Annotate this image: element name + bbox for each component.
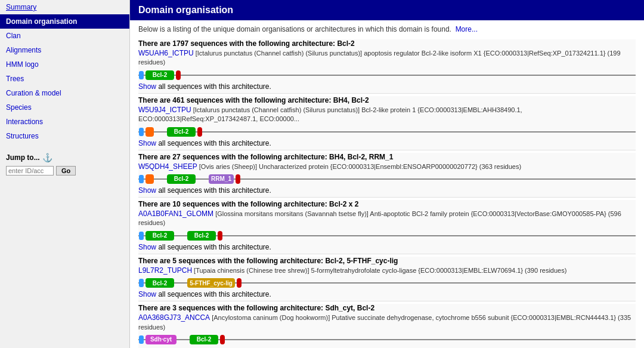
domain-box-bcl2: Bcl-2 xyxy=(145,70,174,80)
show-all-row: Show all sequences with this architectur… xyxy=(138,290,636,298)
arch-title: There are 461 sequences with the followi… xyxy=(138,96,636,104)
sidebar-item-domain-organisation[interactable]: Domain organisation xyxy=(0,14,129,29)
show-all-row: Show all sequences with this architectur… xyxy=(138,186,636,195)
more-link[interactable]: More... xyxy=(456,25,478,33)
intro-text: Below is a listing of the unique domain … xyxy=(138,25,636,33)
domain-end-marker xyxy=(197,127,202,137)
architecture-list: There are 1797 sequences with the follow… xyxy=(138,39,636,348)
sequence-link[interactable]: A0A368GJ73_ANCCA xyxy=(138,313,210,322)
domain-start-marker xyxy=(139,279,144,287)
show-all-text: all sequences with this architecture. xyxy=(158,290,271,298)
arch-title: There are 27 sequences with the followin… xyxy=(138,153,636,161)
jump-to-text: Jump to... xyxy=(6,153,40,162)
show-all-text: all sequences with this architecture. xyxy=(158,82,271,91)
show-all-row: Show all sequences with this architectur… xyxy=(138,82,636,91)
sidebar-item-species[interactable]: Species xyxy=(0,100,129,115)
architecture-block: There are 461 sequences with the followi… xyxy=(138,96,636,150)
domain-start-marker xyxy=(139,335,144,344)
show-link[interactable]: Show xyxy=(138,139,156,147)
sidebar-item-interactions[interactable]: Interactions xyxy=(0,115,129,129)
sidebar-item-curation-model[interactable]: Curation & model xyxy=(0,86,129,100)
domain-vis-arch5: Bcl-25-FTHF_cyc-lig xyxy=(138,277,636,289)
anchor-icon: ⚓ xyxy=(42,153,52,162)
domain-box-fthf: 5-FTHF_cyc-lig xyxy=(187,278,235,288)
architecture-block: There are 3 sequences with the following… xyxy=(138,304,636,348)
sidebar-item-structures[interactable]: Structures xyxy=(0,129,129,143)
domain-box-sdhcyt: Sdh·cyt xyxy=(145,335,177,344)
arch-seq-row: L9L7R2_TUPCH [Tupaia chinensis (Chinese … xyxy=(138,266,636,275)
show-all-text: all sequences with this architecture. xyxy=(158,186,271,195)
domain-box-bcl2: Bcl-2 xyxy=(145,278,174,288)
sidebar-item-alignments[interactable]: Alignments xyxy=(0,43,129,57)
architecture-block: There are 1797 sequences with the follow… xyxy=(138,39,636,94)
domain-box-bcl2: Bcl-2 xyxy=(187,231,216,241)
sidebar-item-trees[interactable]: Trees xyxy=(0,72,129,86)
domain-start-marker xyxy=(139,128,144,136)
domain-box-bh4 xyxy=(145,127,154,137)
show-all-row: Show all sequences with this architectur… xyxy=(138,139,636,147)
jump-to-label: Jump to... ⚓ xyxy=(0,148,129,165)
sequence-link[interactable]: A0A1B0FAN1_GLOMM xyxy=(138,210,213,218)
jump-id-input[interactable] xyxy=(6,166,54,175)
domain-start-marker xyxy=(139,71,144,79)
arch-title: There are 1797 sequences with the follow… xyxy=(138,39,636,48)
sequence-link[interactable]: W5UAH6_ICTPU xyxy=(138,49,194,57)
show-link[interactable]: Show xyxy=(138,186,156,195)
arch-seq-row: W5QDH4_SHEEP [Ovis aries (Sheep)] Unchar… xyxy=(138,162,636,171)
seq-description: [Tupaia chinensis (Chinese tree shrew)] … xyxy=(194,267,566,274)
show-link[interactable]: Show xyxy=(138,290,156,298)
sidebar-item-summary[interactable]: Summary xyxy=(0,0,129,14)
page-title: Domain organisation xyxy=(130,0,644,20)
main-content: Domain organisation Below is a listing o… xyxy=(130,0,644,348)
arch-title: There are 5 sequences with the following… xyxy=(138,257,636,265)
domain-vis-arch3: Bcl-2RRM_1 xyxy=(138,173,636,185)
domain-box-rrm: RRM_1 xyxy=(209,174,234,184)
domain-box-bcl2: Bcl-2 xyxy=(190,335,218,344)
domain-box-bcl2: Bcl-2 xyxy=(167,174,196,184)
sidebar: SummaryDomain organisationClanAlignments… xyxy=(0,0,130,348)
sequence-link[interactable]: W5QDH4_SHEEP xyxy=(138,162,197,171)
seq-description: [Ovis aries (Sheep)] Uncharacterized pro… xyxy=(199,163,521,170)
arch-title: There are 3 sequences with the following… xyxy=(138,304,636,312)
show-all-text: all sequences with this architecture. xyxy=(158,243,271,251)
show-all-text: all sequences with this architecture. xyxy=(158,139,271,147)
arch-seq-row: W5U9J4_ICTPU [Ictalurus punctatus (Chann… xyxy=(138,106,636,124)
go-button[interactable]: Go xyxy=(56,166,76,175)
architecture-block: There are 10 sequences with the followin… xyxy=(138,200,636,254)
sequence-link[interactable]: L9L7R2_TUPCH xyxy=(138,266,192,275)
domain-box-bcl2: Bcl-2 xyxy=(145,231,174,241)
arch-title: There are 10 sequences with the followin… xyxy=(138,200,636,208)
arch-seq-row: A0A1B0FAN1_GLOMM [Glossina morsitans mor… xyxy=(138,210,636,228)
sidebar-item-clan[interactable]: Clan xyxy=(0,29,129,43)
domain-end-marker xyxy=(237,278,242,288)
domain-end-marker xyxy=(236,174,240,184)
domain-vis-arch2: Bcl-2 xyxy=(138,126,636,138)
domain-box-bh4 xyxy=(145,174,154,184)
seq-description: [Ictalurus punctatus (Channel catfish) (… xyxy=(138,50,621,66)
domain-start-marker xyxy=(139,232,144,240)
domain-box-bcl2: Bcl-2 xyxy=(167,127,196,137)
domain-start-marker xyxy=(139,175,144,183)
sequence-link[interactable]: W5U9J4_ICTPU xyxy=(138,106,191,114)
domain-vis-arch6: Sdh·cytBcl-2 xyxy=(138,334,636,346)
seq-description: [Ictalurus punctatus (Channel catfish) (… xyxy=(138,106,522,122)
show-all-row: Show all sequences with this architectur… xyxy=(138,243,636,251)
architecture-block: There are 27 sequences with the followin… xyxy=(138,153,636,198)
show-link[interactable]: Show xyxy=(138,243,156,251)
sidebar-item-hmm-logo[interactable]: HMM logo xyxy=(0,57,129,72)
architecture-block: There are 5 sequences with the following… xyxy=(138,257,636,301)
seq-description: [Ancylostoma caninum (Dog hookworm)] Put… xyxy=(138,314,631,330)
main-body: Below is a listing of the unique domain … xyxy=(130,20,644,348)
arch-seq-row: A0A368GJ73_ANCCA [Ancylostoma caninum (D… xyxy=(138,313,636,332)
domain-vis-arch1: Bcl-2 xyxy=(138,69,636,81)
show-link[interactable]: Show xyxy=(138,82,156,91)
arch-seq-row: W5UAH6_ICTPU [Ictalurus punctatus (Chann… xyxy=(138,49,636,67)
domain-end-marker xyxy=(176,70,181,80)
domain-end-marker xyxy=(218,231,222,241)
domain-vis-arch4: Bcl-2Bcl-2 xyxy=(138,230,636,242)
domain-end-marker xyxy=(220,335,225,344)
